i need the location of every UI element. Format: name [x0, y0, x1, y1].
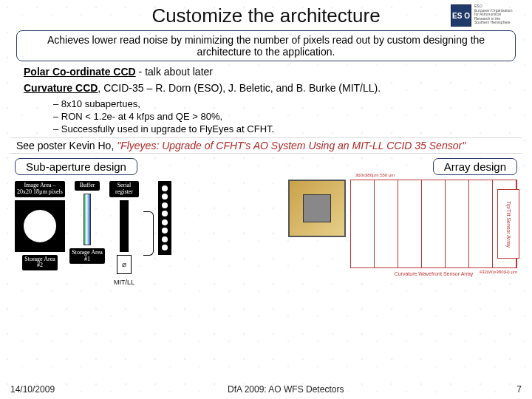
list-item: RON < 1.2e- at 4 kfps and QE > 80%,	[53, 111, 522, 122]
bracket-icon	[143, 211, 154, 256]
subaperture-panel: Sub-aperture design Image Area – 20x20 1…	[15, 158, 281, 286]
dot-icon	[162, 211, 168, 216]
curvature-ccd-label: Curvature CCD	[24, 82, 98, 94]
poster-title: "Flyeyes: Upgrade of CFHT's AO System Us…	[117, 140, 466, 151]
footer-page-number: 7	[516, 384, 522, 395]
chip-photo-icon	[288, 180, 346, 237]
footer-date: 14/10/2009	[10, 384, 55, 395]
polar-ccd-line: Polar Co-ordinate CCD - talk about later	[24, 66, 513, 78]
storage-2-label: Storage Area #2	[22, 255, 58, 271]
array-cell	[469, 180, 493, 267]
org-name: ESO European Organisation for Astronomic…	[474, 4, 526, 25]
array-cell	[375, 180, 398, 267]
subaperture-panel-title: Sub-aperture design	[15, 158, 137, 175]
footer-center: DfA 2009: AO WFS Detectors	[228, 384, 344, 395]
amplifier-icon: ⌀	[117, 255, 132, 274]
buffer-block	[83, 194, 91, 245]
bullet-list: 8x10 subapertues, RON < 1.2e- at 4 kfps …	[53, 98, 522, 134]
array-caption: Curvature Wavefront Sensor Array	[351, 271, 516, 276]
buffer-column: Buffer Storage Area #1	[69, 181, 105, 264]
array-top-dims: 360x380µm 550 µm	[355, 173, 395, 177]
buffer-label: Buffer	[75, 181, 100, 191]
array-schematic: 360x380µm 550 µm Tip/Tilt Sensor Array C…	[350, 180, 517, 268]
dot-icon	[162, 194, 168, 200]
curvature-ccd-rest: , CCID-35 – R. Dorn (ESO), J. Beletic, a…	[98, 82, 381, 94]
output-dots-column	[158, 181, 171, 255]
list-item: 8x10 subapertues,	[53, 98, 522, 109]
dot-icon	[162, 245, 168, 250]
array-cell	[398, 180, 422, 267]
panels-row: Sub-aperture design Image Area – 20x20 1…	[10, 158, 522, 286]
serial-register-label: Serial register	[109, 181, 139, 197]
array-diagram-row: 360x380µm 550 µm Tip/Tilt Sensor Array C…	[288, 180, 517, 268]
array-cell	[351, 180, 375, 267]
slide-title: Customize the architecture	[10, 4, 522, 27]
tiptilt-side-label: Tip/Tilt Sensor Array	[497, 189, 519, 259]
array-panel: Array design 360x380µm 550 µm Tip/Tilt S…	[288, 158, 517, 286]
slide: ES O ESO European Organisation for Astro…	[0, 0, 532, 399]
callout-box: Achieves lower read noise by minimizing …	[16, 30, 516, 61]
dot-icon	[162, 228, 168, 233]
org-line: Southern Hemisphere	[474, 21, 526, 25]
image-area-label: Image Area – 20x20 18µm pixels	[15, 181, 65, 197]
serial-register-block	[120, 200, 129, 252]
dot-icon	[162, 219, 168, 225]
mitll-label: MIT/LL	[114, 279, 134, 286]
array-cell	[422, 180, 446, 267]
dot-icon	[162, 236, 168, 242]
dot-icon	[162, 185, 168, 191]
list-item: Successfully used in upgrade to FlyEyes …	[53, 123, 522, 134]
array-cell	[446, 180, 469, 267]
poster-lead: See poster Kevin Ho,	[16, 140, 117, 151]
storage-1-label: Storage Area #1	[69, 248, 105, 265]
poster-reference: See poster Kevin Ho, "Flyeyes: Upgrade o…	[10, 137, 522, 154]
image-area-block	[15, 200, 65, 252]
curvature-ccd-line: Curvature CCD, CCID-35 – R. Dorn (ESO), …	[24, 82, 513, 94]
polar-ccd-rest: - talk about later	[136, 66, 213, 78]
org-logo-block: ES O ESO European Organisation for Astro…	[451, 4, 526, 27]
array-panel-title: Array design	[433, 158, 517, 175]
eso-logo-icon: ES O	[451, 4, 471, 27]
dot-icon	[162, 202, 168, 208]
aperture-circle-icon	[24, 210, 56, 242]
subaperture-diagram: Image Area – 20x20 18µm pixels Storage A…	[15, 181, 281, 286]
polar-ccd-label: Polar Co-ordinate CCD	[24, 66, 136, 78]
serial-column: Serial register ⌀ MIT/LL	[109, 181, 139, 286]
image-area-column: Image Area – 20x20 18µm pixels Storage A…	[15, 181, 65, 270]
slide-footer: 14/10/2009 DfA 2009: AO WFS Detectors 7	[0, 384, 532, 395]
